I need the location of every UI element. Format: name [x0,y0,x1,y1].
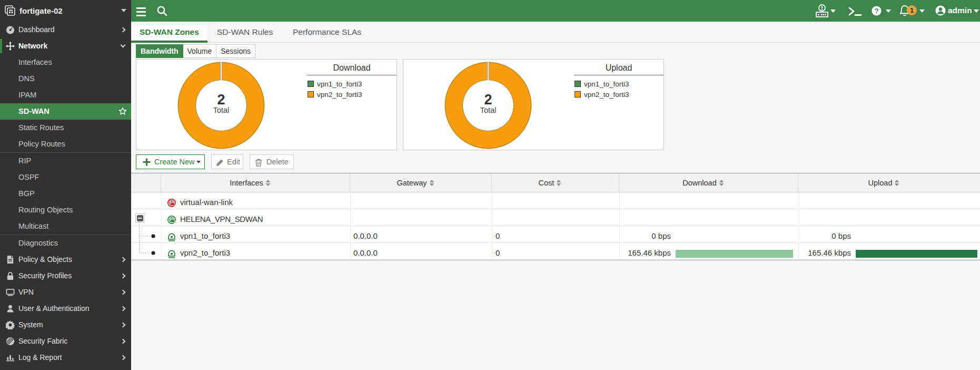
svg-text:2: 2 [484,92,492,108]
svg-text:?: ? [874,7,878,15]
svg-text:Total: Total [480,106,497,114]
svg-text:Total: Total [213,106,230,114]
svg-text:2: 2 [217,92,225,108]
